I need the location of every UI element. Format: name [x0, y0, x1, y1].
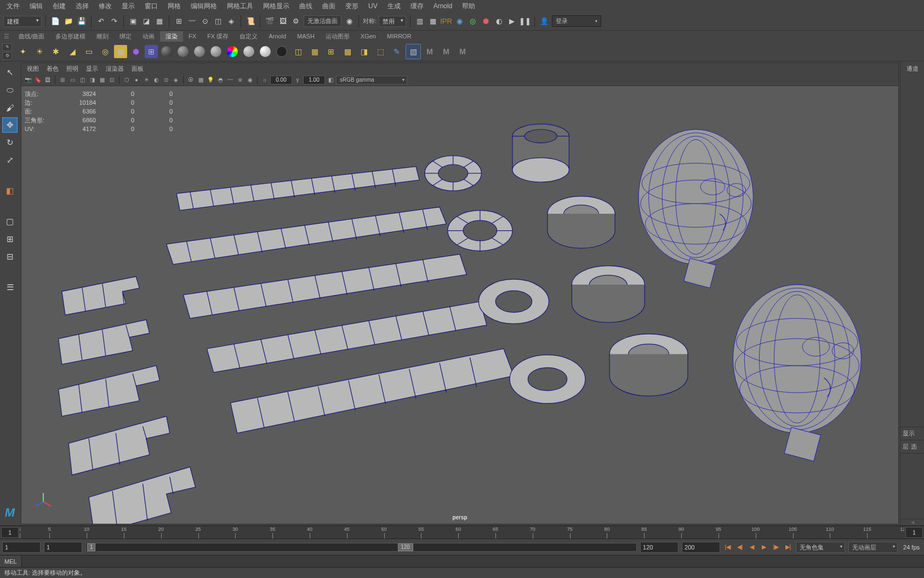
- vp-menu-shading[interactable]: 着色: [43, 64, 62, 74]
- material-6-icon[interactable]: [274, 44, 289, 59]
- open-scene-icon[interactable]: 📁: [63, 16, 74, 27]
- texture-3-icon[interactable]: ⊞: [323, 44, 339, 59]
- range-slider[interactable]: 1 120: [85, 543, 637, 552]
- ramp-shader-icon[interactable]: [225, 44, 240, 59]
- select-comp-icon[interactable]: ▦: [154, 16, 165, 27]
- step-forward-icon[interactable]: |▶: [772, 543, 780, 552]
- menu-uv[interactable]: UV: [364, 1, 382, 11]
- render-setup-icon[interactable]: ⬢: [128, 44, 144, 59]
- material-5-icon[interactable]: [258, 44, 273, 59]
- shelf-tab-motion[interactable]: 运动图形: [320, 31, 355, 42]
- toggle1-icon[interactable]: ◐: [493, 16, 504, 27]
- menu-cache[interactable]: 缓存: [406, 1, 428, 12]
- xray-icon[interactable]: ▥: [414, 16, 425, 27]
- layout-four-icon[interactable]: ⊞: [2, 231, 18, 247]
- vp-menu-view[interactable]: 视图: [24, 64, 42, 74]
- vp-xray-icon[interactable]: ◈: [172, 76, 180, 84]
- select-obj-icon[interactable]: ◪: [141, 16, 152, 27]
- shelf-tab-arnold[interactable]: Arnold: [263, 32, 292, 41]
- construction-history-icon[interactable]: 📜: [245, 16, 256, 27]
- outliner-icon[interactable]: ☰: [2, 280, 18, 295]
- vp-exposure-icon[interactable]: ☼: [260, 76, 269, 84]
- shelf-gear-icon[interactable]: ⚙: [2, 52, 12, 60]
- snap-live-icon[interactable]: ◈: [226, 16, 237, 27]
- render-view-icon[interactable]: [159, 44, 174, 59]
- menu-surfaces[interactable]: 曲面: [318, 1, 340, 12]
- playback-end-input[interactable]: [640, 542, 678, 553]
- vp-textured-icon[interactable]: ▩: [196, 76, 205, 84]
- 3d-paint-icon[interactable]: ✎: [389, 44, 404, 59]
- move-tool[interactable]: ✥: [2, 117, 18, 133]
- toggle-isolate-icon[interactable]: ◉: [344, 16, 355, 27]
- play-icon[interactable]: ▶: [506, 16, 517, 27]
- ambient-light-icon[interactable]: ✦: [15, 44, 31, 59]
- playback-start-input[interactable]: [44, 542, 82, 553]
- texture-5-icon[interactable]: ◨: [356, 44, 372, 59]
- m-tool-3-icon[interactable]: M: [455, 44, 470, 59]
- vp-ao-icon[interactable]: ◓: [216, 76, 225, 84]
- paint-select-tool[interactable]: 🖌: [2, 100, 18, 115]
- snap-point-icon[interactable]: ⊙: [199, 16, 210, 27]
- play-forward-icon[interactable]: ▶: [760, 543, 768, 552]
- vp-safe-action-icon[interactable]: ⊡: [107, 76, 116, 84]
- range-handle-end[interactable]: 120: [398, 543, 413, 551]
- menu-editmesh[interactable]: 编辑网格: [186, 1, 221, 12]
- vp-exposure-input[interactable]: [270, 76, 292, 84]
- light-editor-icon[interactable]: ▦: [114, 45, 127, 58]
- vp-image-plane-icon[interactable]: 🖼: [43, 76, 52, 84]
- point-light-icon[interactable]: ✱: [48, 44, 64, 59]
- vp-shadows-icon[interactable]: ◐: [152, 76, 161, 84]
- m-tool-1-icon[interactable]: M: [422, 44, 437, 59]
- snap-curve-icon[interactable]: 〰: [186, 16, 197, 27]
- shelf-tab-sculpt[interactable]: 雕刻: [91, 31, 114, 42]
- vp-use-lights-icon[interactable]: ☀: [142, 76, 151, 84]
- shelf-tab-fxcache[interactable]: FX 缓存: [202, 31, 234, 42]
- menu-meshtools[interactable]: 网格工具: [223, 1, 258, 12]
- step-back-icon[interactable]: ◀|: [735, 543, 744, 552]
- vp-bookmark-icon[interactable]: 🔖: [33, 76, 42, 84]
- command-input[interactable]: [22, 556, 924, 567]
- menu-display[interactable]: 显示: [117, 1, 139, 12]
- lasso-tool[interactable]: ⬭: [2, 82, 18, 98]
- vp-select-camera-icon[interactable]: 📷: [24, 76, 32, 84]
- select-tool[interactable]: ↖: [2, 65, 18, 80]
- current-frame-right[interactable]: 1: [905, 527, 923, 538]
- scale-tool[interactable]: ⤢: [2, 152, 18, 168]
- vp-light-icon[interactable]: 💡: [206, 76, 215, 84]
- shaded-icon[interactable]: IPR: [441, 16, 452, 27]
- snap-grid-icon[interactable]: ⊞: [173, 16, 184, 27]
- go-to-end-icon[interactable]: ▶|: [784, 543, 792, 552]
- menu-create[interactable]: 创建: [48, 1, 70, 12]
- undo-icon[interactable]: ↶: [95, 16, 106, 27]
- vp-view-transform-icon[interactable]: ◧: [326, 76, 335, 84]
- menu-generate[interactable]: 生成: [383, 1, 405, 12]
- vp-isolate-icon[interactable]: ⊙: [162, 76, 170, 84]
- workspace-dropdown[interactable]: 建模: [3, 16, 42, 27]
- material-2-icon[interactable]: [192, 44, 207, 59]
- vp-menu-show[interactable]: 显示: [83, 64, 101, 74]
- snap-plane-icon[interactable]: ◫: [213, 16, 224, 27]
- menu-modify[interactable]: 修改: [94, 1, 116, 12]
- vp-grid-icon[interactable]: ⊞: [58, 76, 67, 84]
- shelf-tab-poly[interactable]: 多边形建模: [50, 31, 91, 42]
- vp-xray-joints-icon[interactable]: ⦿: [186, 76, 195, 84]
- texture-6-icon[interactable]: ⬚: [373, 44, 388, 59]
- menu-help[interactable]: 帮助: [458, 1, 480, 12]
- wireframe-icon[interactable]: ▦: [427, 16, 438, 27]
- menu-edit[interactable]: 编辑: [25, 1, 47, 12]
- shelf-tab-custom[interactable]: 自定义: [234, 31, 263, 42]
- new-scene-icon[interactable]: 📄: [50, 16, 61, 27]
- menu-select[interactable]: 选择: [71, 1, 93, 12]
- texture-4-icon[interactable]: ▩: [340, 44, 355, 59]
- time-slider[interactable]: 1 15101520253035404550556065707580859095…: [0, 525, 924, 539]
- vp-wireframe-icon[interactable]: ⬡: [122, 76, 131, 84]
- shelf-tab-rendering[interactable]: 渲染: [160, 31, 183, 42]
- vp-field-chart-icon[interactable]: ▦: [98, 76, 106, 84]
- vp-menu-panels[interactable]: 面板: [128, 64, 147, 74]
- area-light-icon[interactable]: ▭: [81, 44, 96, 59]
- material-1-icon[interactable]: [175, 44, 191, 59]
- channel-box-tab[interactable]: 通道: [900, 61, 924, 76]
- shelf-tab-curves[interactable]: 曲线/曲面: [13, 31, 50, 42]
- menu-deform[interactable]: 变形: [341, 1, 363, 12]
- viewport-3d[interactable]: 顶点:382400 边:1018400 面:636600 三角形:686000 …: [21, 86, 898, 524]
